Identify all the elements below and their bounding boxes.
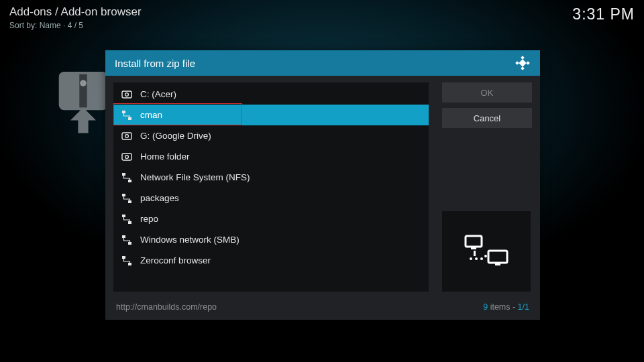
svg-rect-25 — [128, 263, 131, 265]
file-row[interactable]: Windows network (SMB) — [113, 229, 429, 250]
svg-rect-20 — [122, 215, 125, 217]
svg-rect-3 — [521, 56, 525, 60]
preview-thumbnail — [442, 211, 531, 292]
svg-rect-22 — [122, 235, 125, 238]
file-row[interactable]: Home folder — [113, 146, 429, 167]
dialog-title: Install from zip file — [115, 58, 195, 69]
file-row[interactable]: Network File System (NFS) — [113, 167, 429, 188]
svg-rect-26 — [466, 236, 482, 247]
install-from-zip-dialog: Install from zip file C: (Acer)cmanG: (G… — [105, 50, 540, 320]
svg-rect-5 — [526, 61, 530, 65]
svg-point-2 — [80, 80, 87, 86]
drive-icon — [121, 131, 132, 141]
svg-rect-8 — [122, 91, 131, 98]
file-row[interactable]: Zeroconf browser — [113, 250, 429, 271]
svg-rect-27 — [471, 247, 476, 249]
file-list[interactable]: C: (Acer)cmanG: (Google Drive)Home folde… — [113, 82, 429, 292]
network-icon — [121, 214, 132, 225]
file-row[interactable]: repo — [113, 208, 429, 229]
file-row[interactable]: G: (Google Drive) — [113, 125, 429, 146]
file-row-label: Zeroconf browser — [140, 255, 211, 265]
file-row[interactable]: C: (Acer) — [113, 84, 429, 105]
network-icon — [121, 172, 132, 183]
pager: 9 items - 1/1 — [483, 302, 529, 312]
svg-point-32 — [480, 257, 483, 260]
file-row-label: C: (Acer) — [140, 89, 176, 99]
network-icon — [121, 193, 132, 204]
dialog-header: Install from zip file — [105, 50, 540, 76]
svg-rect-12 — [122, 133, 131, 139]
svg-rect-1 — [79, 74, 87, 108]
file-row-label: Network File System (NFS) — [140, 172, 250, 182]
network-icon — [121, 235, 132, 245]
file-row-label: Home folder — [140, 152, 190, 162]
drive-icon — [121, 152, 132, 162]
svg-rect-28 — [488, 251, 507, 263]
ok-button[interactable]: OK — [442, 82, 532, 103]
svg-rect-6 — [521, 66, 525, 70]
kodi-logo-icon — [515, 55, 531, 71]
svg-rect-18 — [122, 194, 125, 196]
zip-install-icon — [57, 70, 109, 141]
footer-path: http://cmanbuilds.com/repo — [116, 302, 217, 312]
svg-rect-34 — [474, 251, 476, 256]
sort-indicator: Sort by: Name · 4 / 5 — [9, 21, 142, 30]
svg-rect-11 — [128, 117, 131, 120]
cancel-button[interactable]: Cancel — [442, 108, 532, 128]
network-icon — [121, 255, 132, 266]
svg-rect-17 — [128, 180, 131, 182]
file-row[interactable]: cman — [113, 105, 429, 125]
file-row-label: cman — [140, 110, 162, 120]
file-row-label: Windows network (SMB) — [140, 235, 239, 245]
svg-rect-4 — [515, 61, 519, 65]
clock: 3:31 PM — [572, 5, 635, 30]
svg-rect-7 — [519, 59, 526, 66]
svg-point-9 — [125, 93, 129, 96]
file-row-label: repo — [140, 214, 158, 224]
svg-point-30 — [470, 257, 472, 260]
file-row[interactable]: packages — [113, 188, 429, 208]
svg-rect-29 — [495, 263, 500, 265]
drive-icon — [121, 89, 132, 100]
svg-rect-10 — [122, 111, 125, 113]
file-row-label: G: (Google Drive) — [140, 131, 211, 141]
breadcrumb: Add-ons / Add-on browser — [9, 5, 142, 19]
svg-point-15 — [125, 155, 129, 158]
svg-rect-23 — [128, 242, 131, 245]
network-icon — [121, 110, 132, 121]
svg-rect-21 — [128, 221, 131, 224]
svg-rect-24 — [122, 256, 125, 259]
svg-rect-16 — [122, 173, 125, 176]
selection-highlight — [113, 103, 242, 125]
svg-rect-19 — [128, 200, 131, 203]
svg-point-13 — [125, 134, 129, 137]
svg-point-33 — [484, 255, 487, 257]
svg-point-31 — [475, 257, 478, 260]
svg-rect-14 — [122, 154, 131, 160]
file-row-label: packages — [140, 193, 179, 203]
